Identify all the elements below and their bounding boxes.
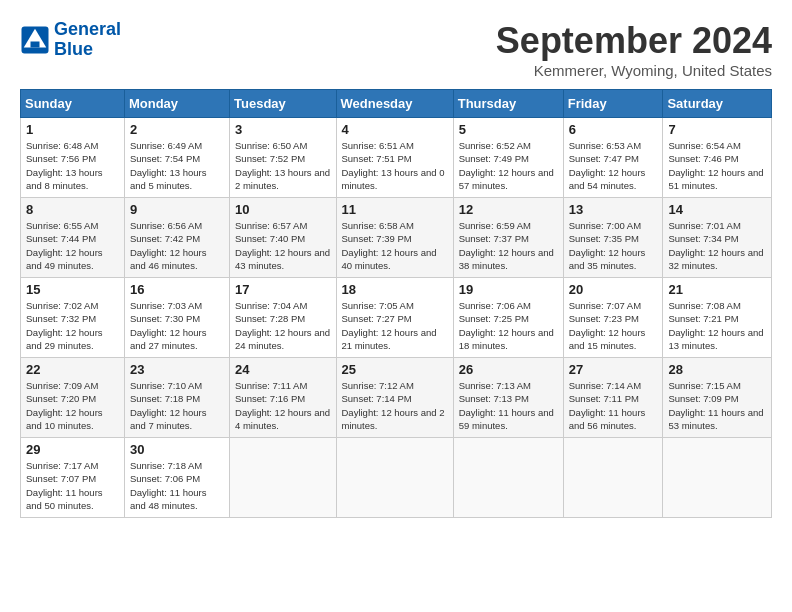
cell-content: Sunrise: 6:57 AMSunset: 7:40 PMDaylight:…	[235, 219, 330, 272]
calendar-cell: 7 Sunrise: 6:54 AMSunset: 7:46 PMDayligh…	[663, 118, 772, 198]
location-subtitle: Kemmerer, Wyoming, United States	[496, 62, 772, 79]
calendar-cell: 15 Sunrise: 7:02 AMSunset: 7:32 PMDaylig…	[21, 278, 125, 358]
calendar-cell	[230, 438, 336, 518]
calendar-cell: 3 Sunrise: 6:50 AMSunset: 7:52 PMDayligh…	[230, 118, 336, 198]
cell-content: Sunrise: 7:00 AMSunset: 7:35 PMDaylight:…	[569, 219, 658, 272]
cell-content: Sunrise: 6:54 AMSunset: 7:46 PMDaylight:…	[668, 139, 766, 192]
calendar-cell: 9 Sunrise: 6:56 AMSunset: 7:42 PMDayligh…	[124, 198, 229, 278]
day-number: 17	[235, 282, 330, 297]
calendar-cell: 11 Sunrise: 6:58 AMSunset: 7:39 PMDaylig…	[336, 198, 453, 278]
calendar-table: SundayMondayTuesdayWednesdayThursdayFrid…	[20, 89, 772, 518]
cell-content: Sunrise: 7:15 AMSunset: 7:09 PMDaylight:…	[668, 379, 766, 432]
cell-content: Sunrise: 6:48 AMSunset: 7:56 PMDaylight:…	[26, 139, 119, 192]
day-number: 16	[130, 282, 224, 297]
cell-content: Sunrise: 7:18 AMSunset: 7:06 PMDaylight:…	[130, 459, 224, 512]
calendar-cell: 2 Sunrise: 6:49 AMSunset: 7:54 PMDayligh…	[124, 118, 229, 198]
cell-content: Sunrise: 6:56 AMSunset: 7:42 PMDaylight:…	[130, 219, 224, 272]
svg-rect-2	[31, 41, 40, 47]
calendar-cell: 12 Sunrise: 6:59 AMSunset: 7:37 PMDaylig…	[453, 198, 563, 278]
cell-content: Sunrise: 6:55 AMSunset: 7:44 PMDaylight:…	[26, 219, 119, 272]
day-number: 22	[26, 362, 119, 377]
calendar-cell: 19 Sunrise: 7:06 AMSunset: 7:25 PMDaylig…	[453, 278, 563, 358]
calendar-cell: 26 Sunrise: 7:13 AMSunset: 7:13 PMDaylig…	[453, 358, 563, 438]
day-number: 14	[668, 202, 766, 217]
header-friday: Friday	[563, 90, 663, 118]
calendar-cell: 1 Sunrise: 6:48 AMSunset: 7:56 PMDayligh…	[21, 118, 125, 198]
page-header: General Blue September 2024 Kemmerer, Wy…	[20, 20, 772, 79]
title-section: September 2024 Kemmerer, Wyoming, United…	[496, 20, 772, 79]
day-number: 23	[130, 362, 224, 377]
cell-content: Sunrise: 7:04 AMSunset: 7:28 PMDaylight:…	[235, 299, 330, 352]
cell-content: Sunrise: 7:02 AMSunset: 7:32 PMDaylight:…	[26, 299, 119, 352]
calendar-cell: 10 Sunrise: 6:57 AMSunset: 7:40 PMDaylig…	[230, 198, 336, 278]
calendar-cell: 14 Sunrise: 7:01 AMSunset: 7:34 PMDaylig…	[663, 198, 772, 278]
calendar-week-row: 15 Sunrise: 7:02 AMSunset: 7:32 PMDaylig…	[21, 278, 772, 358]
cell-content: Sunrise: 7:17 AMSunset: 7:07 PMDaylight:…	[26, 459, 119, 512]
calendar-cell: 5 Sunrise: 6:52 AMSunset: 7:49 PMDayligh…	[453, 118, 563, 198]
day-number: 30	[130, 442, 224, 457]
day-number: 4	[342, 122, 448, 137]
day-number: 9	[130, 202, 224, 217]
cell-content: Sunrise: 7:08 AMSunset: 7:21 PMDaylight:…	[668, 299, 766, 352]
day-number: 1	[26, 122, 119, 137]
cell-content: Sunrise: 6:50 AMSunset: 7:52 PMDaylight:…	[235, 139, 330, 192]
cell-content: Sunrise: 7:13 AMSunset: 7:13 PMDaylight:…	[459, 379, 558, 432]
cell-content: Sunrise: 6:51 AMSunset: 7:51 PMDaylight:…	[342, 139, 448, 192]
logo-icon	[20, 25, 50, 55]
day-number: 26	[459, 362, 558, 377]
day-number: 5	[459, 122, 558, 137]
calendar-cell	[563, 438, 663, 518]
calendar-cell: 27 Sunrise: 7:14 AMSunset: 7:11 PMDaylig…	[563, 358, 663, 438]
cell-content: Sunrise: 7:05 AMSunset: 7:27 PMDaylight:…	[342, 299, 448, 352]
calendar-cell: 21 Sunrise: 7:08 AMSunset: 7:21 PMDaylig…	[663, 278, 772, 358]
cell-content: Sunrise: 7:07 AMSunset: 7:23 PMDaylight:…	[569, 299, 658, 352]
cell-content: Sunrise: 6:58 AMSunset: 7:39 PMDaylight:…	[342, 219, 448, 272]
cell-content: Sunrise: 7:11 AMSunset: 7:16 PMDaylight:…	[235, 379, 330, 432]
logo-line2: Blue	[54, 39, 93, 59]
header-monday: Monday	[124, 90, 229, 118]
cell-content: Sunrise: 6:53 AMSunset: 7:47 PMDaylight:…	[569, 139, 658, 192]
day-number: 28	[668, 362, 766, 377]
day-number: 2	[130, 122, 224, 137]
cell-content: Sunrise: 7:06 AMSunset: 7:25 PMDaylight:…	[459, 299, 558, 352]
cell-content: Sunrise: 7:12 AMSunset: 7:14 PMDaylight:…	[342, 379, 448, 432]
logo-text: General Blue	[54, 20, 121, 60]
day-number: 3	[235, 122, 330, 137]
calendar-cell: 28 Sunrise: 7:15 AMSunset: 7:09 PMDaylig…	[663, 358, 772, 438]
cell-content: Sunrise: 6:52 AMSunset: 7:49 PMDaylight:…	[459, 139, 558, 192]
cell-content: Sunrise: 7:09 AMSunset: 7:20 PMDaylight:…	[26, 379, 119, 432]
header-tuesday: Tuesday	[230, 90, 336, 118]
calendar-cell: 8 Sunrise: 6:55 AMSunset: 7:44 PMDayligh…	[21, 198, 125, 278]
calendar-week-row: 8 Sunrise: 6:55 AMSunset: 7:44 PMDayligh…	[21, 198, 772, 278]
logo-line1: General	[54, 19, 121, 39]
calendar-cell	[336, 438, 453, 518]
calendar-cell: 25 Sunrise: 7:12 AMSunset: 7:14 PMDaylig…	[336, 358, 453, 438]
calendar-cell: 18 Sunrise: 7:05 AMSunset: 7:27 PMDaylig…	[336, 278, 453, 358]
calendar-cell: 22 Sunrise: 7:09 AMSunset: 7:20 PMDaylig…	[21, 358, 125, 438]
calendar-cell: 4 Sunrise: 6:51 AMSunset: 7:51 PMDayligh…	[336, 118, 453, 198]
calendar-header-row: SundayMondayTuesdayWednesdayThursdayFrid…	[21, 90, 772, 118]
calendar-cell: 30 Sunrise: 7:18 AMSunset: 7:06 PMDaylig…	[124, 438, 229, 518]
day-number: 15	[26, 282, 119, 297]
header-sunday: Sunday	[21, 90, 125, 118]
day-number: 6	[569, 122, 658, 137]
header-wednesday: Wednesday	[336, 90, 453, 118]
calendar-cell	[453, 438, 563, 518]
calendar-week-row: 1 Sunrise: 6:48 AMSunset: 7:56 PMDayligh…	[21, 118, 772, 198]
cell-content: Sunrise: 7:01 AMSunset: 7:34 PMDaylight:…	[668, 219, 766, 272]
calendar-cell: 16 Sunrise: 7:03 AMSunset: 7:30 PMDaylig…	[124, 278, 229, 358]
day-number: 24	[235, 362, 330, 377]
cell-content: Sunrise: 6:49 AMSunset: 7:54 PMDaylight:…	[130, 139, 224, 192]
day-number: 19	[459, 282, 558, 297]
calendar-week-row: 22 Sunrise: 7:09 AMSunset: 7:20 PMDaylig…	[21, 358, 772, 438]
header-saturday: Saturday	[663, 90, 772, 118]
calendar-cell	[663, 438, 772, 518]
day-number: 11	[342, 202, 448, 217]
calendar-cell: 23 Sunrise: 7:10 AMSunset: 7:18 PMDaylig…	[124, 358, 229, 438]
calendar-cell: 6 Sunrise: 6:53 AMSunset: 7:47 PMDayligh…	[563, 118, 663, 198]
day-number: 27	[569, 362, 658, 377]
day-number: 29	[26, 442, 119, 457]
logo: General Blue	[20, 20, 121, 60]
cell-content: Sunrise: 6:59 AMSunset: 7:37 PMDaylight:…	[459, 219, 558, 272]
day-number: 18	[342, 282, 448, 297]
